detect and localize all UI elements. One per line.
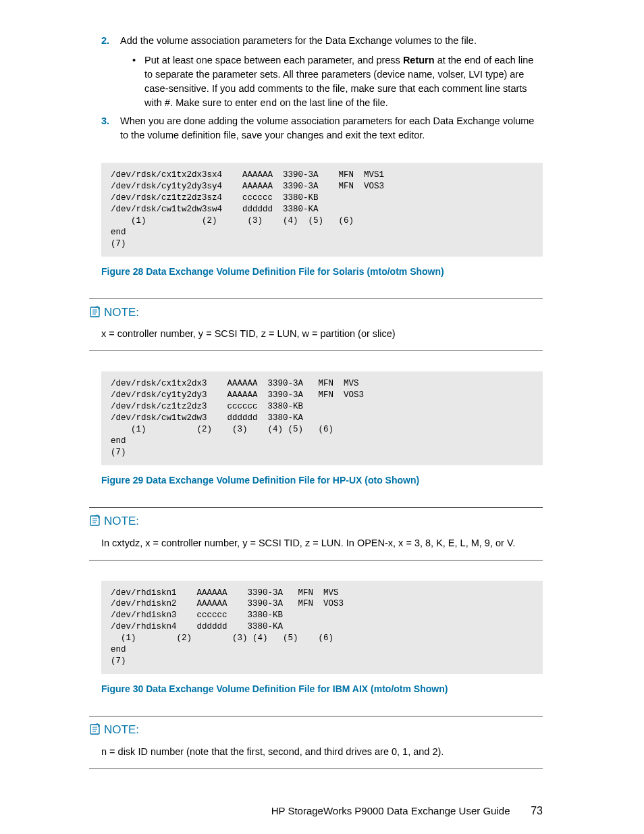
- note-icon: [89, 515, 101, 532]
- note-body: x = controller number, y = SCSI TID, z =…: [89, 327, 543, 341]
- code-block-aix: /dev/rhdiskn1 AAAAAA 3390-3A MFN MVS /de…: [101, 581, 543, 674]
- step-number: 3.: [101, 114, 120, 142]
- footer-title: HP StorageWorks P9000 Data Exchange User…: [271, 805, 510, 816]
- note-label: NOTE:: [104, 723, 139, 736]
- bullet-code-end: end: [260, 98, 277, 109]
- note-heading: NOTE:: [89, 305, 543, 323]
- page-footer: HP StorageWorks P9000 Data Exchange User…: [101, 803, 543, 818]
- bullet-body: Put at least one space between each para…: [144, 53, 543, 110]
- figure-29-caption: Figure 29 Data Exchange Volume Definitio…: [101, 473, 543, 487]
- note-1: NOTE: x = controller number, y = SCSI TI…: [89, 298, 543, 352]
- note-body: In cxtydz, x = controller number, y = SC…: [89, 536, 543, 550]
- bullet-text-post: on the last line of the file.: [277, 97, 387, 108]
- step-body: Add the volume association parameters fo…: [120, 34, 543, 110]
- figure-30-caption: Figure 30 Data Exchange Volume Definitio…: [101, 682, 543, 696]
- note-body: n = disk ID number (note that the first,…: [89, 745, 543, 759]
- note-heading: NOTE:: [89, 722, 543, 741]
- note-3: NOTE: n = disk ID number (note that the …: [89, 716, 543, 769]
- note-heading: NOTE:: [89, 513, 543, 532]
- note-2: NOTE: In cxtydz, x = controller number, …: [89, 507, 543, 561]
- bullet-text-pre: Put at least one space between each para…: [144, 55, 403, 66]
- note-label: NOTE:: [104, 306, 139, 319]
- step-text: When you are done adding the volume asso…: [120, 114, 543, 142]
- step-3: 3. When you are done adding the volume a…: [101, 114, 543, 142]
- bullet-text-bold: Return: [403, 55, 435, 66]
- note-icon: [89, 723, 101, 741]
- note-icon: [89, 306, 101, 323]
- figure-28-caption: Figure 28 Data Exchange Volume Definitio…: [101, 265, 543, 278]
- note-label: NOTE:: [104, 515, 139, 527]
- bullet-text-mid2: . Make sure to enter: [170, 97, 260, 108]
- step-text: Add the volume association parameters fo…: [120, 35, 477, 46]
- page-number: 73: [518, 803, 543, 818]
- bullet-code-hash: #: [165, 98, 170, 109]
- code-block-hpux: /dev/rdsk/cx1tx2dx3 AAAAAA 3390-3A MFN M…: [101, 371, 543, 465]
- code-block-solaris: /dev/rdsk/cx1tx2dx3sx4 AAAAAA 3390-3A MF…: [101, 163, 543, 256]
- bullet-marker: •: [132, 53, 144, 110]
- step-number: 2.: [101, 34, 120, 110]
- step-2: 2. Add the volume association parameters…: [101, 34, 543, 110]
- step-2-bullet: • Put at least one space between each pa…: [120, 53, 543, 110]
